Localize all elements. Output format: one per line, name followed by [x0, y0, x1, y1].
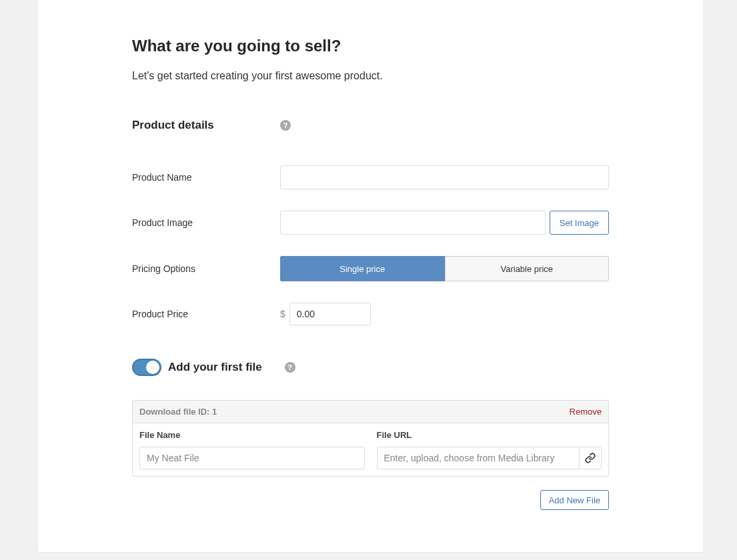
product-price-label: Product Price: [132, 309, 280, 319]
file-section-header: Add your first file ?: [132, 359, 609, 376]
file-box-body: File Name File URL: [133, 423, 608, 476]
file-name-col: File Name: [139, 430, 365, 469]
product-price-wrap: $: [280, 303, 609, 325]
product-price-input[interactable]: [289, 303, 371, 325]
product-image-wrap: Set Image: [280, 211, 609, 235]
product-details-header: Product details ?: [132, 119, 609, 132]
file-url-label: File URL: [377, 430, 602, 440]
product-price-row: Product Price $: [132, 303, 609, 325]
file-box-header: Download file ID: 1 Remove: [133, 401, 608, 423]
product-name-input[interactable]: [280, 165, 609, 189]
help-icon[interactable]: ?: [280, 120, 291, 131]
file-box: Download file ID: 1 Remove File Name Fil…: [132, 400, 609, 477]
pricing-options-row: Pricing Options Single price Variable pr…: [132, 256, 609, 281]
product-image-input[interactable]: [280, 211, 546, 235]
help-icon[interactable]: ?: [285, 362, 295, 373]
remove-file-link[interactable]: Remove: [570, 407, 602, 417]
add-new-file-button[interactable]: Add New File: [540, 490, 609, 510]
product-create-card: What are you going to sell? Let's get st…: [38, 0, 703, 552]
page-subtitle: Let's get started creating your first aw…: [132, 70, 609, 82]
set-image-button[interactable]: Set Image: [550, 211, 609, 235]
pricing-toggle: Single price Variable price: [280, 256, 609, 281]
pricing-options-label: Pricing Options: [132, 263, 280, 274]
file-id-label: Download file ID: 1: [139, 407, 217, 417]
product-name-row: Product Name: [132, 165, 609, 189]
product-name-label: Product Name: [132, 172, 280, 183]
toggle-knob: [146, 361, 159, 374]
add-file-row: Add New File: [132, 490, 609, 510]
product-image-label: Product Image: [132, 217, 280, 228]
file-url-picker-button[interactable]: [579, 447, 602, 469]
file-name-input[interactable]: [139, 447, 365, 469]
product-image-row: Product Image Set Image: [132, 211, 609, 235]
add-file-toggle[interactable]: [132, 359, 161, 376]
add-file-title: Add your first file: [168, 361, 262, 374]
link-icon: [585, 453, 596, 463]
currency-symbol: $: [280, 309, 285, 319]
product-name-wrap: [280, 165, 609, 189]
page-title: What are you going to sell?: [132, 37, 609, 55]
file-url-wrap: [377, 447, 602, 469]
file-section: Add your first file ? Download file ID: …: [132, 359, 609, 510]
variable-price-option[interactable]: Variable price: [445, 256, 610, 281]
single-price-option[interactable]: Single price: [280, 256, 445, 281]
file-url-col: File URL: [377, 430, 602, 469]
file-name-label: File Name: [139, 430, 365, 440]
content-wrapper: What are you going to sell? Let's get st…: [38, 0, 703, 537]
pricing-options-wrap: Single price Variable price: [280, 256, 609, 281]
file-url-input[interactable]: [377, 447, 580, 469]
product-details-title: Product details: [132, 119, 280, 132]
